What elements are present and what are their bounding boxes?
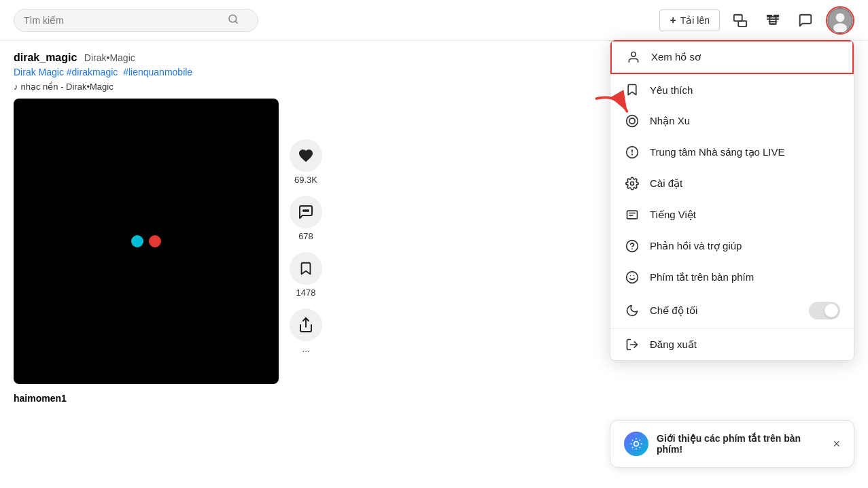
post-text: Dirak Magic (14, 67, 64, 77)
shortcuts-icon (624, 271, 640, 284)
dropdown-label-feedback: Phản hồi và trợ giúp (650, 240, 840, 252)
display-name: Dirak•Magic (84, 52, 135, 63)
ai-icon (624, 432, 648, 456)
tooltip-notification: Giới thiệu các phím tắt trên bàn phím! × (610, 420, 854, 468)
dark-mode-toggle[interactable] (809, 302, 840, 319)
svg-rect-2 (734, 14, 742, 20)
second-username[interactable]: haimomen1 (14, 393, 67, 404)
logout-icon (624, 338, 640, 351)
coins-icon (624, 114, 640, 128)
comment-button[interactable] (290, 196, 322, 228)
dropdown-item-live-creator[interactable]: Trung tâm Nhà sáng tạo LIVE (610, 137, 854, 168)
video-actions: 69.3K 678 (279, 99, 322, 384)
share-button[interactable] (290, 309, 322, 341)
search-input[interactable] (24, 15, 228, 26)
svg-point-23 (631, 182, 634, 186)
like-count: 69.3K (294, 175, 317, 185)
bookmark-count: 1478 (296, 287, 316, 298)
search-bar[interactable] (14, 9, 258, 32)
svg-point-19 (629, 118, 635, 124)
like-button[interactable] (290, 139, 322, 172)
dot-red (149, 235, 161, 247)
svg-point-14 (305, 210, 307, 211)
video-loading-dots (131, 235, 161, 247)
share-action: ... (290, 309, 322, 354)
comment-action: 678 (290, 196, 322, 241)
dropdown-item-coins[interactable]: Nhận Xu (610, 105, 854, 137)
share-label: ... (302, 344, 310, 354)
dropdown-item-language[interactable]: Tiếng Việt (610, 199, 854, 230)
dropdown-label-live-creator: Trung tâm Nhà sáng tạo LIVE (650, 146, 840, 158)
dropdown-label-favorites: Yêu thích (650, 84, 840, 96)
language-icon (624, 208, 640, 222)
live-creator-icon (624, 145, 640, 159)
video-player[interactable] (14, 99, 279, 384)
svg-marker-5 (769, 16, 776, 24)
dropdown-label-shortcuts: Phím tắt trên bàn phím (650, 271, 840, 283)
svg-point-29 (627, 272, 638, 283)
filter-icon-button[interactable] (761, 8, 785, 33)
hashtag2[interactable]: #lienquanmobile (123, 67, 192, 77)
multi-device-icon-button[interactable] (728, 8, 752, 33)
post-description: Dirak Magic #dirakmagic #lienquanmobile (14, 67, 195, 77)
svg-point-22 (632, 154, 633, 155)
post-title-line: dirak_magic Dirak•Magic (14, 52, 195, 64)
username[interactable]: dirak_magic (14, 52, 77, 63)
upload-label: Tải lên (680, 15, 710, 26)
post-music: ♪ nhạc nền - Dirak•Magic (14, 82, 195, 92)
dropdown-item-settings[interactable]: Cài đặt (610, 168, 854, 199)
dot-cyan (131, 235, 143, 247)
settings-icon (624, 177, 640, 190)
dropdown-item-shortcuts[interactable]: Phím tắt trên bàn phím (610, 262, 854, 293)
svg-point-18 (627, 116, 638, 127)
upload-button[interactable]: + Tải lên (659, 10, 720, 31)
search-icon-button[interactable] (228, 14, 239, 27)
svg-line-1 (235, 21, 237, 23)
tooltip-close-button[interactable]: × (833, 437, 840, 451)
dropdown-menu: Xem hồ sơ Yêu thích Nhận Xu Trung tâm Nh… (610, 39, 854, 361)
dropdown-label-language: Tiếng Việt (650, 209, 840, 221)
dropdown-item-profile[interactable]: Xem hồ sơ (610, 40, 854, 74)
favorites-icon (624, 83, 640, 97)
post-info: dirak_magic Dirak•Magic Dirak Magic #dir… (14, 52, 195, 92)
header: + Tải lên (0, 0, 868, 41)
comment-count: 678 (298, 231, 313, 241)
header-right: + Tải lên (659, 6, 854, 35)
music-icon: ♪ (14, 82, 18, 92)
tooltip-text: Giới thiệu các phím tắt trên bàn phím! (657, 433, 824, 455)
plus-icon: + (670, 14, 676, 27)
svg-point-17 (631, 52, 636, 57)
messages-icon-button[interactable] (793, 8, 818, 33)
dropdown-item-logout[interactable]: Đăng xuất (610, 329, 854, 360)
dropdown-label-logout: Đăng xuất (650, 338, 840, 351)
dropdown-item-favorites[interactable]: Yêu thích (610, 74, 854, 105)
bookmark-button[interactable] (290, 252, 322, 285)
dark-mode-icon (624, 304, 640, 317)
svg-rect-3 (738, 20, 746, 26)
bookmark-action: 1478 (290, 252, 322, 298)
dropdown-item-dark-mode[interactable]: Chế độ tối (610, 293, 854, 328)
dropdown-label-dark-mode: Chế độ tối (650, 304, 799, 317)
second-post: haimomen1 (14, 392, 854, 404)
feedback-icon (624, 239, 640, 253)
svg-point-13 (303, 210, 305, 211)
toggle-thumb (824, 304, 838, 317)
like-action: 69.3K (290, 139, 322, 185)
dropdown-label-settings: Cài đặt (650, 177, 840, 190)
dropdown-item-feedback[interactable]: Phản hồi và trợ giúp (610, 230, 854, 262)
music-text: nhạc nền - Dirak•Magic (21, 82, 114, 92)
hashtag1[interactable]: #dirakmagic (67, 67, 118, 77)
svg-point-11 (836, 13, 845, 22)
svg-point-34 (634, 442, 639, 447)
avatar-button[interactable] (826, 6, 854, 35)
svg-marker-6 (774, 15, 778, 16)
profile-icon (625, 50, 642, 64)
svg-point-15 (307, 210, 309, 211)
dropdown-label-coins: Nhận Xu (650, 115, 840, 127)
dropdown-label-profile: Xem hồ sơ (651, 51, 839, 63)
avatar (827, 7, 853, 33)
